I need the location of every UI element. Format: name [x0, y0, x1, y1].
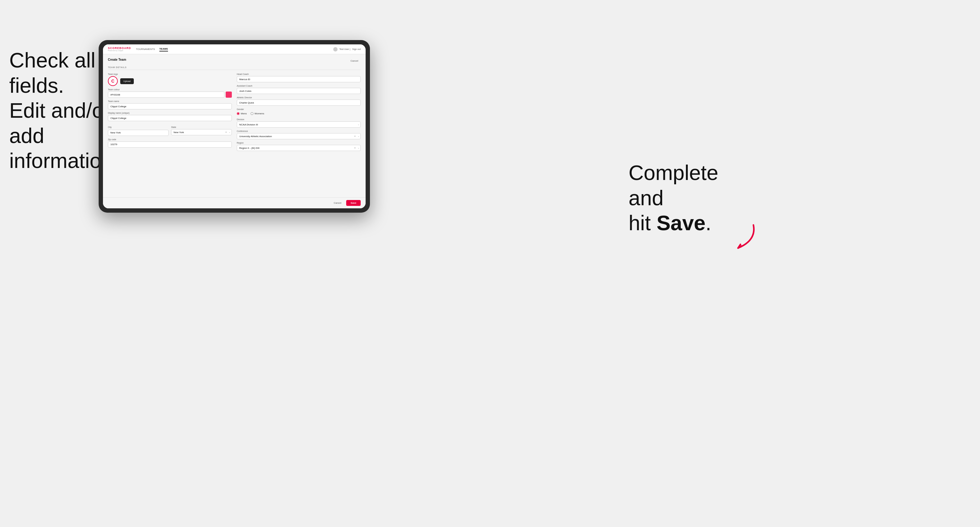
region-clear-button[interactable]: ×	[354, 147, 356, 149]
team-colour-input[interactable]	[108, 92, 224, 98]
city-state-group: City State New York × ⌄	[108, 124, 232, 136]
navbar-right: Test User | Sign out	[333, 47, 361, 51]
app-logo: SCOREBOARD Powered by clippd	[108, 47, 131, 51]
display-name-input[interactable]	[108, 115, 232, 121]
color-swatch	[226, 92, 232, 98]
region-group: Region Region II - (M) DIII × ⌄	[237, 142, 361, 151]
athletic-director-label: Athletic Director	[237, 97, 361, 98]
city-subgroup: City	[108, 124, 169, 136]
gender-womens-radio[interactable]	[251, 112, 253, 115]
athletic-director-input[interactable]	[237, 100, 361, 106]
complete-line1: Complete and	[628, 161, 718, 210]
city-input[interactable]	[108, 130, 169, 136]
complete-line2: hit	[628, 211, 657, 235]
signout-link[interactable]: Sign out	[352, 48, 361, 51]
team-logo-label: Team logo	[108, 73, 232, 75]
division-group: Division NCAA Division III ⌄	[237, 118, 361, 128]
conference-select[interactable]: University Athletic Association	[237, 133, 361, 139]
team-name-group: Team name	[108, 100, 232, 110]
arrow2-icon	[729, 222, 769, 254]
division-label: Division	[237, 118, 361, 121]
head-coach-label: Head Coach	[237, 73, 361, 75]
head-coach-group: Head Coach	[237, 73, 361, 82]
color-input-wrap	[108, 92, 232, 98]
complete-text: Complete and hit Save.	[628, 160, 746, 236]
assistant-coach-input[interactable]	[237, 88, 361, 94]
gender-label: Gender	[237, 108, 361, 110]
conference-label: Conference	[237, 130, 361, 132]
assistant-coach-group: Assistant Coach	[237, 85, 361, 94]
gender-mens-text: Mens	[241, 112, 247, 115]
display-name-label: Display name (unique)	[108, 112, 232, 114]
left-column: Team logo C Upload Team colour	[108, 73, 232, 151]
form-grid: Team logo C Upload Team colour	[108, 73, 361, 151]
conference-select-wrap: University Athletic Association × ⌄	[237, 133, 361, 139]
region-select[interactable]: Region II - (M) DIII	[237, 145, 361, 151]
instruction-line2: Edit and/or add	[9, 98, 111, 147]
upload-button[interactable]: Upload	[120, 78, 134, 84]
user-label: Test User |	[339, 48, 350, 51]
state-select-wrap: New York × ⌄	[171, 129, 232, 135]
logo-letter: C	[111, 79, 115, 84]
city-state-row: City State New York × ⌄	[108, 124, 232, 136]
nav-links: TOURNAMENTS TEAMS	[136, 47, 168, 51]
navbar-left: SCOREBOARD Powered by clippd TOURNAMENTS…	[108, 47, 168, 51]
team-logo-circle: C	[108, 76, 118, 86]
division-select-wrap: NCAA Division III ⌄	[237, 121, 361, 128]
tablet-device: SCOREBOARD Powered by clippd TOURNAMENTS…	[99, 40, 370, 213]
gender-radio-group: Mens Womens	[237, 111, 361, 116]
right-column: Head Coach Assistant Coach Athletic Dire…	[237, 73, 361, 151]
complete-save-word: Save	[657, 211, 706, 235]
team-name-input[interactable]	[108, 103, 232, 110]
save-button[interactable]: Save	[346, 200, 361, 206]
avatar	[333, 47, 337, 51]
region-select-wrap: Region II - (M) DIII × ⌄	[237, 145, 361, 151]
state-subgroup: State New York × ⌄	[171, 124, 232, 136]
display-name-group: Display name (unique)	[108, 112, 232, 121]
conference-group: Conference University Athletic Associati…	[237, 130, 361, 139]
cancel-button[interactable]: Cancel	[331, 200, 344, 206]
region-label: Region	[237, 142, 361, 144]
team-colour-group: Team colour	[108, 89, 232, 98]
logo-subtext: Powered by clippd	[108, 49, 131, 51]
form-footer: Cancel Save	[103, 197, 366, 208]
zip-group: Zip code	[108, 138, 232, 148]
complete-period: .	[706, 211, 711, 235]
nav-tournaments[interactable]: TOURNAMENTS	[136, 47, 155, 51]
gender-womens-label[interactable]: Womens	[251, 112, 264, 115]
section-label: TEAM DETAILS	[108, 66, 361, 70]
city-label: City	[108, 126, 111, 128]
cancel-top-button[interactable]: Cancel	[348, 58, 361, 63]
state-clear-button[interactable]: ×	[225, 131, 227, 134]
navbar: SCOREBOARD Powered by clippd TOURNAMENTS…	[103, 44, 366, 54]
zip-label: Zip code	[108, 138, 232, 141]
team-name-label: Team name	[108, 100, 232, 102]
head-coach-input[interactable]	[237, 76, 361, 82]
gender-group: Gender Mens Womens	[237, 108, 361, 116]
assistant-coach-label: Assistant Coach	[237, 85, 361, 87]
division-select[interactable]: NCAA Division III	[237, 121, 361, 128]
logo-upload-area: C Upload	[108, 76, 232, 86]
athletic-director-group: Athletic Director	[237, 97, 361, 106]
gender-mens-label[interactable]: Mens	[237, 112, 247, 115]
team-logo-group: Team logo C Upload	[108, 73, 232, 86]
zip-input[interactable]	[108, 141, 232, 148]
content-area: Create Team Cancel TEAM DETAILS Team log…	[103, 54, 366, 197]
tablet-screen: SCOREBOARD Powered by clippd TOURNAMENTS…	[103, 44, 366, 208]
conference-clear-button[interactable]: ×	[354, 135, 356, 138]
nav-teams[interactable]: TEAMS	[159, 47, 168, 51]
state-select[interactable]: New York	[171, 129, 232, 135]
page-title: Create Team	[108, 58, 126, 61]
instruction-line1: Check all fields.	[9, 48, 95, 97]
state-label: State	[171, 126, 176, 128]
team-colour-label: Team colour	[108, 89, 232, 90]
logo-text: SCOREBOARD	[108, 47, 131, 49]
gender-womens-text: Womens	[255, 112, 264, 115]
gender-mens-radio[interactable]	[237, 112, 240, 115]
